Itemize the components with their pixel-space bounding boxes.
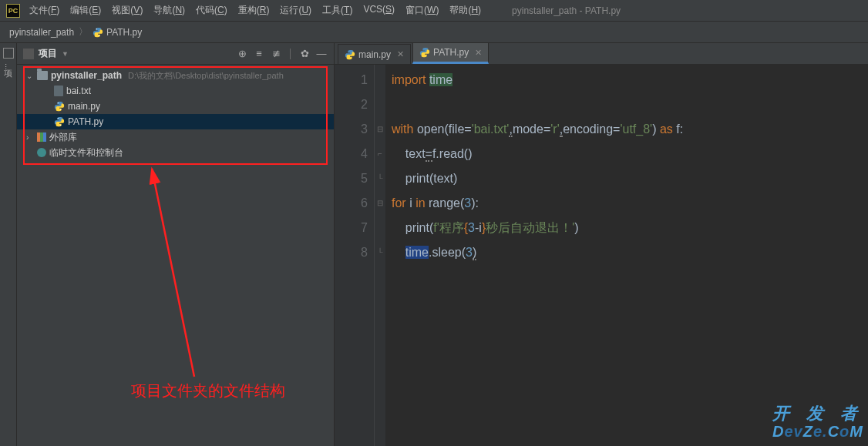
annotation-text: 项目文件夹的文件结构 bbox=[131, 381, 285, 401]
python-file-icon bbox=[345, 49, 355, 60]
svg-point-3 bbox=[60, 109, 61, 110]
code-editor[interactable]: 1 2 3 4 5 6 7 8 ⊟ ⌐└ ⊟ └ import time wit… bbox=[335, 65, 868, 446]
main-menu: 文件(F) 编辑(E) 视图(V) 导航(N) 代码(C) 重构(R) 运行(U… bbox=[29, 4, 481, 17]
title-bar: PC 文件(F) 编辑(E) 视图(V) 导航(N) 代码(C) 重构(R) 运… bbox=[0, 0, 868, 22]
breadcrumb: pyinstaller_path 〉 PATH.py bbox=[0, 22, 868, 43]
tool-window-strip[interactable]: 项... bbox=[0, 43, 17, 446]
tree-external-libs[interactable]: › 外部库 bbox=[17, 129, 334, 145]
fold-icon[interactable]: ⊟ bbox=[375, 117, 385, 142]
menu-vcs[interactable]: VCS(S) bbox=[363, 4, 395, 17]
menu-navigate[interactable]: 导航(N) bbox=[153, 4, 185, 17]
svg-line-6 bbox=[152, 169, 194, 377]
chevron-right-icon: › bbox=[26, 133, 34, 142]
tab-main-py[interactable]: main.py ✕ bbox=[338, 44, 411, 64]
tree-file-bai[interactable]: bai.txt bbox=[17, 83, 334, 99]
menu-edit[interactable]: 编辑(E) bbox=[70, 4, 101, 17]
side-tab-project[interactable]: 项... bbox=[2, 63, 14, 70]
hide-icon[interactable]: — bbox=[315, 48, 328, 60]
project-icon bbox=[23, 49, 34, 59]
breadcrumb-root[interactable]: pyinstaller_path bbox=[9, 27, 74, 38]
svg-point-5 bbox=[60, 125, 61, 126]
layout-icon bbox=[3, 48, 14, 59]
close-icon[interactable]: ✕ bbox=[397, 49, 404, 59]
annotation-arrow bbox=[148, 165, 241, 381]
tree-file-path[interactable]: PATH.py bbox=[17, 114, 334, 129]
editor-tabs: main.py ✕ PATH.py ✕ bbox=[335, 43, 868, 65]
menu-help[interactable]: 帮助(H) bbox=[449, 4, 481, 17]
project-panel-header: 项目 ▼ ⊕ ≡ ≢ ✿ — bbox=[17, 43, 334, 65]
gear-icon[interactable]: ✿ bbox=[298, 48, 311, 60]
breadcrumb-file[interactable]: PATH.py bbox=[93, 27, 142, 38]
python-file-icon bbox=[54, 101, 65, 112]
python-file-icon bbox=[54, 116, 65, 127]
locate-icon[interactable]: ⊕ bbox=[236, 48, 248, 60]
svg-point-0 bbox=[96, 28, 97, 29]
project-panel-title: 项目 bbox=[39, 47, 57, 60]
fold-column[interactable]: ⊟ ⌐└ ⊟ └ bbox=[375, 65, 385, 446]
scratches-icon bbox=[37, 148, 46, 157]
folder-icon bbox=[37, 71, 48, 80]
menu-tools[interactable]: 工具(T) bbox=[322, 4, 352, 17]
library-icon bbox=[37, 132, 46, 142]
svg-point-1 bbox=[99, 35, 99, 35]
menu-run[interactable]: 运行(U) bbox=[280, 4, 311, 17]
code-content[interactable]: import time with open(file='bai.txt',mod… bbox=[385, 65, 868, 446]
svg-point-4 bbox=[58, 118, 59, 119]
collapse-all-icon[interactable]: ≢ bbox=[270, 48, 282, 60]
project-tree: ⌄ pyinstaller_path D:\我的文档\Desktop\dist\… bbox=[17, 65, 334, 163]
tab-path-py[interactable]: PATH.py ✕ bbox=[412, 42, 489, 64]
window-title: pyinstaller_path - PATH.py bbox=[512, 5, 621, 16]
close-icon[interactable]: ✕ bbox=[475, 48, 482, 58]
app-icon: PC bbox=[6, 4, 20, 18]
python-file-icon bbox=[419, 47, 430, 58]
chevron-down-icon[interactable]: ▼ bbox=[62, 50, 69, 58]
expand-all-icon[interactable]: ≡ bbox=[253, 48, 265, 60]
divider bbox=[290, 49, 291, 59]
chevron-down-icon: ⌄ bbox=[26, 72, 34, 80]
chevron-right-icon: 〉 bbox=[79, 25, 88, 39]
menu-refactor[interactable]: 重构(R) bbox=[238, 4, 270, 17]
menu-window[interactable]: 窗口(W) bbox=[405, 4, 439, 17]
project-panel: 项目 ▼ ⊕ ≡ ≢ ✿ — ⌄ pyinstaller_path D:\我的文… bbox=[17, 43, 335, 446]
menu-view[interactable]: 视图(V) bbox=[112, 4, 143, 17]
tree-root[interactable]: ⌄ pyinstaller_path D:\我的文档\Desktop\dist\… bbox=[17, 68, 334, 83]
menu-file[interactable]: 文件(F) bbox=[29, 4, 59, 17]
line-numbers: 1 2 3 4 5 6 7 8 bbox=[335, 65, 375, 446]
python-file-icon bbox=[93, 27, 103, 38]
fold-icon[interactable]: ⊟ bbox=[375, 191, 385, 216]
text-file-icon bbox=[54, 86, 63, 96]
menu-code[interactable]: 代码(C) bbox=[196, 4, 227, 17]
editor-area: main.py ✕ PATH.py ✕ 1 2 3 4 5 6 7 8 bbox=[335, 43, 868, 446]
tree-scratches[interactable]: 临时文件和控制台 bbox=[17, 145, 334, 160]
tree-file-main[interactable]: main.py bbox=[17, 99, 334, 114]
svg-point-2 bbox=[58, 102, 59, 103]
